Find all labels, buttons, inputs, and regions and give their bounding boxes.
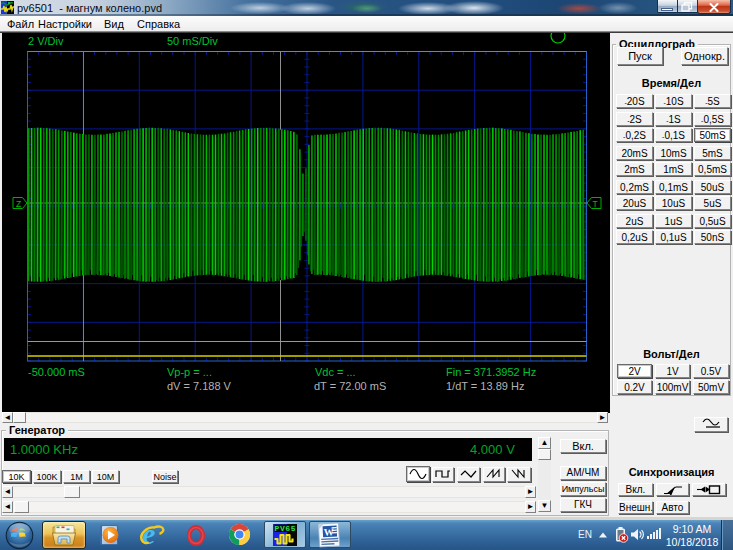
svg-text:T: T — [593, 199, 598, 209]
svg-text:PV65: PV65 — [275, 524, 296, 533]
svg-text:Z: Z — [16, 199, 21, 209]
svg-text:e: e — [142, 521, 155, 548]
